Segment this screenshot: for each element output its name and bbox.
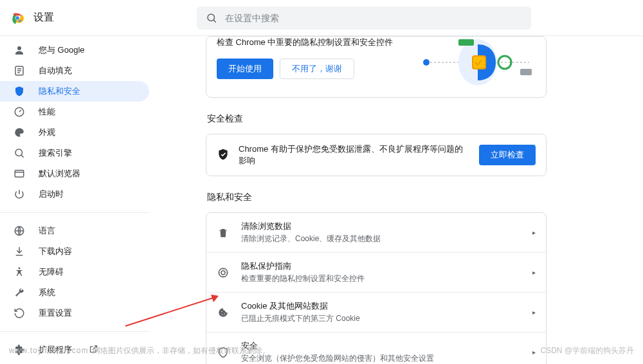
row-title: 清除浏览数据 [241, 221, 521, 232]
accessibility-icon [13, 266, 26, 278]
svg-rect-8 [15, 170, 24, 177]
safety-check-card: Chrome 有助于保护您免受数据泄露、不良扩展程序等问题的影响 立即检查 [206, 134, 547, 176]
chevron-right-icon: ▸ [532, 349, 536, 356]
content: 检查 Chrome 中重要的隐私控制设置和安全控件 开始使用 不用了，谢谢 [154, 36, 643, 364]
sidebar-item-search[interactable]: 搜索引擎 [0, 143, 149, 163]
row-title: 安全 [241, 340, 521, 352]
sidebar-item-label: 启动时 [39, 188, 64, 200]
download-icon [13, 245, 26, 258]
row-clear-browsing-data[interactable]: 清除浏览数据 清除浏览记录、Cookie、缓存及其他数据 ▸ [206, 213, 546, 252]
shield-check-icon [217, 148, 230, 163]
sidebar-item-system[interactable]: 系统 [0, 282, 149, 303]
privacy-list: 清除浏览数据 清除浏览记录、Cookie、缓存及其他数据 ▸ 隐私保护指南 检查… [206, 212, 547, 364]
guide-icon [217, 266, 230, 279]
gauge-icon [13, 105, 26, 118]
sidebar-item-autofill[interactable]: 自动填充 [0, 60, 149, 81]
chevron-right-icon: ▸ [532, 269, 536, 276]
watermark-left: www.toymoban.com 网络图片仅供展示，非存储，如有侵权请联系删除。 [9, 345, 270, 356]
divider [0, 212, 149, 213]
sidebar-item-default-browser[interactable]: 默认浏览器 [0, 163, 149, 184]
search-icon [13, 147, 26, 159]
sidebar-item-label: 无障碍 [39, 266, 64, 278]
svg-point-7 [15, 149, 23, 156]
row-subtitle: 安全浏览（保护您免受危险网站的侵害）和其他安全设置 [241, 353, 521, 364]
row-privacy-guide[interactable]: 隐私保护指南 检查重要的隐私控制设置和安全控件 ▸ [206, 252, 546, 292]
chrome-logo-icon [10, 11, 24, 25]
trash-icon [217, 226, 230, 239]
no-thanks-button[interactable]: 不用了，谢谢 [280, 59, 354, 79]
row-title: 隐私保护指南 [241, 260, 521, 272]
svg-rect-18 [520, 69, 532, 75]
safety-check-description: Chrome 有助于保护您免受数据泄露、不良扩展程序等问题的影响 [239, 143, 470, 167]
sidebar-item-you-google[interactable]: 您与 Google [0, 40, 149, 60]
row-subtitle: 检查重要的隐私控制设置和安全控件 [241, 273, 521, 284]
chevron-right-icon: ▸ [532, 229, 536, 236]
sidebar-item-label: 您与 Google [39, 44, 85, 56]
globe-icon [13, 224, 26, 237]
sidebar-item-privacy[interactable]: 隐私和安全 [0, 81, 149, 102]
row-subtitle: 已阻止无痕模式下的第三方 Cookie [241, 313, 521, 324]
sidebar-item-about[interactable]: 关于 Chrome [0, 360, 149, 364]
row-cookies[interactable]: Cookie 及其他网站数据 已阻止无痕模式下的第三方 Cookie ▸ [206, 292, 546, 332]
sidebar: 您与 Google 自动填充 隐私和安全 性能 外观 [0, 36, 154, 364]
svg-point-20 [221, 271, 225, 275]
power-icon [13, 188, 26, 201]
sidebar-item-performance[interactable]: 性能 [0, 102, 149, 122]
svg-point-3 [208, 14, 215, 21]
sidebar-item-language[interactable]: 语言 [0, 221, 149, 241]
sidebar-item-label: 隐私和安全 [39, 86, 80, 97]
palette-icon [13, 126, 26, 139]
svg-point-4 [17, 46, 21, 50]
browser-icon [13, 167, 26, 180]
header-left: 设置 [10, 11, 197, 25]
search-input[interactable] [225, 13, 522, 23]
sidebar-item-label: 语言 [39, 225, 55, 237]
get-started-button[interactable]: 开始使用 [217, 59, 273, 79]
check-now-button[interactable]: 立即检查 [479, 145, 536, 165]
svg-rect-17 [458, 39, 474, 46]
page-title: 设置 [33, 11, 54, 24]
promo-description: 检查 Chrome 中重要的隐私控制设置和安全控件 [217, 37, 420, 48]
sidebar-item-startup[interactable]: 启动时 [0, 184, 149, 205]
sidebar-item-downloads[interactable]: 下载内容 [0, 241, 149, 262]
sidebar-item-label: 外观 [39, 127, 55, 138]
wrench-icon [13, 286, 26, 299]
chevron-right-icon: ▸ [532, 309, 536, 316]
promo-illustration [420, 37, 536, 88]
svg-point-10 [19, 268, 21, 269]
sidebar-item-label: 默认浏览器 [39, 168, 80, 179]
sidebar-item-label: 自动填充 [39, 65, 72, 77]
search-icon [206, 12, 217, 24]
privacy-heading: 隐私和安全 [207, 192, 547, 203]
privacy-guide-promo: 检查 Chrome 中重要的隐私控制设置和安全控件 开始使用 不用了，谢谢 [206, 36, 547, 98]
autofill-icon [13, 64, 26, 77]
person-icon [13, 44, 26, 57]
svg-point-19 [219, 268, 228, 277]
sidebar-item-accessibility[interactable]: 无障碍 [0, 262, 149, 282]
watermark-right: CSDN @学前端的狗头苏丹 [540, 345, 634, 356]
sidebar-item-label: 系统 [39, 287, 55, 298]
sidebar-item-label: 搜索引擎 [39, 147, 72, 159]
row-title: Cookie 及其他网站数据 [241, 300, 521, 312]
row-subtitle: 清除浏览记录、Cookie、缓存及其他数据 [241, 233, 521, 244]
sidebar-item-label: 性能 [39, 106, 55, 118]
shield-icon [13, 85, 26, 98]
sidebar-item-label: 下载内容 [39, 246, 72, 257]
svg-point-13 [423, 59, 430, 66]
header: 设置 [0, 0, 643, 36]
divider [0, 331, 149, 332]
sidebar-item-appearance[interactable]: 外观 [0, 122, 149, 143]
cookie-icon [217, 306, 230, 319]
search-box[interactable] [197, 6, 531, 30]
reset-icon [13, 307, 26, 320]
sidebar-item-reset[interactable]: 重置设置 [0, 303, 149, 323]
sidebar-item-label: 重置设置 [39, 307, 72, 319]
safety-check-heading: 安全检查 [207, 113, 547, 125]
